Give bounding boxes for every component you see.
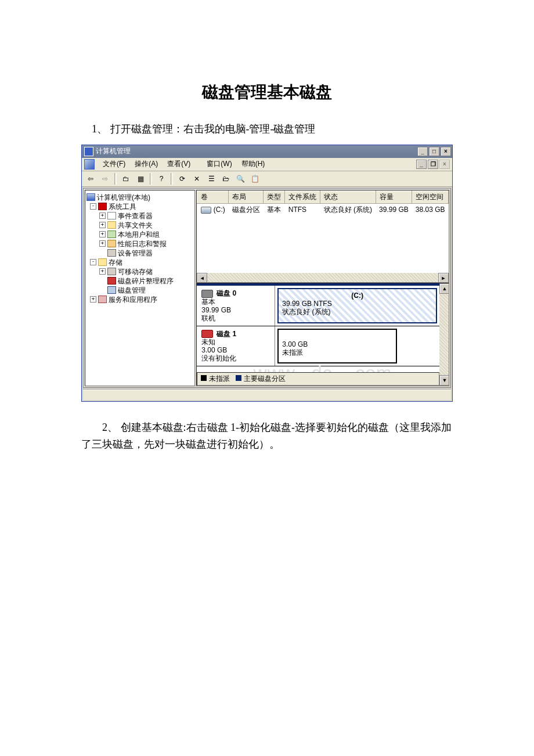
refresh-button[interactable]: ⟳: [176, 172, 189, 185]
step-2-text: 2、 创建基本磁盘:右击磁盘 1-初始化磁盘-选择要初始化的磁盘（这里我添加了三…: [81, 419, 453, 453]
disk0-title: 磁盘 0: [217, 289, 236, 297]
volume-icon: [201, 207, 211, 214]
col-free[interactable]: 空闲空间: [412, 190, 449, 203]
legend: 未指派 主要磁盘分区: [197, 372, 439, 386]
tree-shared[interactable]: 共享文件夹: [118, 221, 153, 230]
expand-event[interactable]: +: [99, 213, 106, 219]
statusbar: [83, 389, 451, 400]
menu-help[interactable]: 帮助(H): [237, 158, 270, 170]
legend-primary: 主要磁盘分区: [244, 375, 286, 383]
tree-devmgr[interactable]: 设备管理器: [118, 249, 153, 258]
legend-primary-color: [236, 375, 241, 381]
tree-diskmgmt[interactable]: 磁盘管理: [118, 286, 146, 295]
disk-1-row[interactable]: 磁盘 1 未知 3.00 GB 没有初始化 3.00 GB 未指派: [197, 326, 439, 367]
disk0-partition-c[interactable]: (C:) 39.99 GB NTFS 状态良好 (系统): [277, 288, 437, 323]
part-desc: 39.99 GB NTFS: [282, 300, 432, 308]
perflogs-icon: [107, 240, 116, 247]
show-hide-button[interactable]: ▦: [134, 172, 147, 185]
tree-storage[interactable]: 存储: [109, 258, 122, 267]
disk1-unallocated[interactable]: 3.00 GB 未指派: [277, 329, 397, 364]
disk0-state: 联机: [201, 314, 271, 322]
forward-button[interactable]: ⇨: [99, 172, 111, 185]
maximize-button[interactable]: □: [429, 147, 439, 156]
scroll-up-button[interactable]: ▲: [439, 283, 449, 294]
mdi-restore-button[interactable]: ❐: [428, 160, 438, 169]
menu-view[interactable]: 查看(V): [163, 158, 195, 170]
disk0-size: 39.99 GB: [201, 306, 271, 314]
console-tree[interactable]: 计算机管理(本地) -系统工具 +事件查看器 +共享文件夹 +本地用户和组 +性…: [85, 190, 195, 386]
disk-warn-icon: [201, 330, 213, 338]
search-button[interactable]: 🔍: [234, 172, 247, 185]
vol-layout: 磁盘分区: [229, 203, 264, 216]
tree-services[interactable]: 服务和应用程序: [109, 295, 157, 304]
app-icon: [84, 147, 93, 156]
vol-status: 状态良好 (系统): [320, 203, 376, 216]
disk-icon: [201, 290, 213, 298]
minimize-button[interactable]: _: [417, 147, 428, 156]
vol-fs: NTFS: [285, 203, 320, 216]
col-fs[interactable]: 文件系统: [285, 190, 320, 203]
tree-event[interactable]: 事件查看器: [118, 211, 153, 221]
scroll-down-button[interactable]: ▼: [439, 375, 449, 386]
col-volume[interactable]: 卷: [197, 190, 229, 203]
expand-services[interactable]: +: [90, 296, 96, 303]
expand-users[interactable]: +: [99, 231, 106, 237]
disk1-size: 3.00 GB: [201, 346, 271, 354]
col-status[interactable]: 状态: [320, 190, 376, 203]
eventviewer-icon: [107, 212, 116, 219]
part-vol: (C:): [282, 291, 432, 300]
menubar: 文件(F) 操作(A) 查看(V) 窗口(W) 帮助(H) _ ❐ ×: [82, 158, 452, 171]
expand-storage[interactable]: -: [90, 259, 96, 265]
tree-removable[interactable]: 可移动存储: [118, 267, 153, 276]
storage-icon: [98, 258, 107, 266]
expand-removable[interactable]: +: [99, 268, 106, 275]
defrag-icon: [107, 277, 116, 285]
scroll-right-button[interactable]: ►: [438, 273, 449, 283]
tree-perf[interactable]: 性能日志和警报: [118, 239, 167, 249]
expand-perf[interactable]: +: [99, 240, 106, 247]
disk1-kind: 未知: [201, 338, 271, 346]
sharedfolders-icon: [107, 221, 116, 229]
disk1-title: 磁盘 1: [217, 330, 236, 338]
delete-button[interactable]: ✕: [190, 172, 203, 185]
titlebar[interactable]: 计算机管理 _ □ ×: [82, 145, 452, 158]
legend-unalloc: 未指派: [209, 375, 230, 383]
menu-file[interactable]: 文件(F): [98, 158, 130, 170]
help-button[interactable]: ?: [155, 172, 168, 185]
menu-window[interactable]: 窗口(W): [202, 158, 236, 170]
tree-systools[interactable]: 系统工具: [109, 202, 136, 211]
volume-row[interactable]: (C:) 磁盘分区 基本 NTFS 状态良好 (系统) 39.99 GB 38.…: [197, 203, 449, 216]
toolbar: ⇦ ⇨ 🗀 ▦ ? ⟳ ✕ ☰ 🗁 🔍 📋: [82, 171, 452, 187]
settings-button[interactable]: 🗁: [219, 172, 232, 185]
close-button[interactable]: ×: [441, 147, 451, 156]
properties-button[interactable]: ☰: [205, 172, 218, 185]
services-icon: [98, 296, 107, 303]
tree-defrag[interactable]: 磁盘碎片整理程序: [118, 276, 174, 286]
back-button[interactable]: ⇦: [84, 172, 97, 185]
localusers-icon: [107, 231, 116, 238]
expand-systools[interactable]: -: [90, 203, 96, 210]
vol-cap: 39.99 GB: [376, 203, 412, 216]
list-button[interactable]: 📋: [248, 172, 261, 185]
up-button[interactable]: 🗀: [120, 172, 132, 185]
vol-type: 基本: [264, 203, 285, 216]
vol-free: 38.03 GB: [412, 203, 449, 216]
vscrollbar[interactable]: ▲ ▼: [439, 283, 449, 386]
mdi-close-button[interactable]: ×: [439, 160, 450, 169]
disk-0-row[interactable]: 磁盘 0 基本 39.99 GB 联机 (C:) 39.99 GB NTFS 状…: [197, 283, 439, 326]
tree-users[interactable]: 本地用户和组: [118, 230, 160, 239]
mdi-minimize-button[interactable]: _: [416, 160, 427, 169]
part-status: 状态良好 (系统): [282, 308, 432, 316]
menu-action[interactable]: 操作(A): [130, 158, 163, 170]
expand-shared[interactable]: +: [99, 222, 106, 228]
vol-name: (C:): [214, 206, 225, 214]
col-type[interactable]: 类型: [264, 190, 285, 203]
hscrollbar[interactable]: ◄ ►: [197, 273, 449, 282]
col-cap[interactable]: 容量: [376, 190, 412, 203]
volume-list[interactable]: 卷 布局 类型 文件系统 状态 容量 空闲空间 (C:) 磁盘分区 基本: [196, 190, 449, 283]
col-layout[interactable]: 布局: [229, 190, 264, 203]
tree-root[interactable]: 计算机管理(本地): [97, 193, 150, 202]
scroll-left-button[interactable]: ◄: [197, 273, 207, 283]
disk-graphical-view[interactable]: www. dc .com 磁盘 0 基本 39.99 GB 联机 (C:) 39…: [196, 283, 449, 386]
unalloc-status: 未指派: [282, 348, 392, 357]
